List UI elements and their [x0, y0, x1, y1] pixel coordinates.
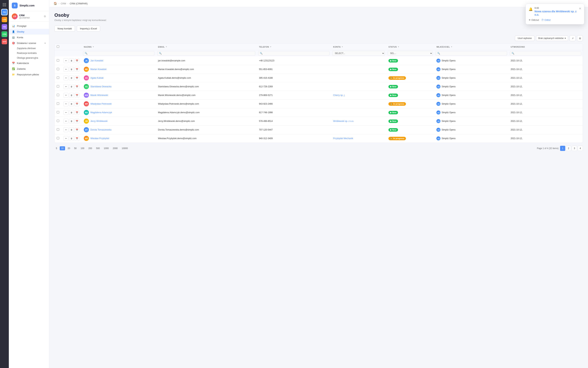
person-name[interactable]: Magdalena Adamczyk [90, 111, 112, 114]
calendar-icon-button[interactable]: 📅 [75, 136, 79, 141]
account-filter-select[interactable]: SELECT... [332, 51, 385, 56]
row-checkbox[interactable] [57, 128, 59, 131]
icon-bar-grid[interactable] [1, 1, 8, 8]
new-contact-button[interactable]: Nowy kontakt [54, 26, 75, 32]
page-size-button[interactable]: 500 [95, 146, 101, 150]
person-name[interactable]: Stanisława Głowacka [90, 85, 111, 88]
name-search-input[interactable] [83, 51, 154, 55]
calendar-icon-button[interactable]: 📅 [75, 58, 79, 63]
phone-search-input[interactable] [258, 51, 329, 55]
delete-icon-button[interactable]: 🗑 [69, 67, 74, 72]
icon-bar-log[interactable]: LOG [1, 16, 8, 23]
sidebar-item-przeglad[interactable]: 📊 Przegląd [9, 23, 49, 29]
sidebar-item-kalendarze[interactable]: 📅 Kalendarze [9, 60, 49, 66]
grid-view-icon-button[interactable]: ⊞ [577, 35, 583, 41]
row-checkbox[interactable] [57, 85, 59, 87]
calendar-icon-button[interactable]: 📅 [75, 67, 79, 72]
edit-icon-button[interactable]: ✏ [63, 127, 68, 132]
delete-icon-button[interactable]: 🗑 [69, 75, 74, 80]
owner-filter-icon[interactable]: ▼ [451, 46, 452, 48]
calendar-icon-button[interactable]: 📅 [75, 75, 79, 80]
phone-filter-icon[interactable]: ▼ [270, 46, 271, 48]
page-size-button[interactable]: 10000 [120, 146, 129, 150]
person-name[interactable]: Wiesław Przybylski [90, 137, 109, 140]
notification-dismiss-button[interactable]: ✕ Odrzuć [529, 18, 539, 21]
calendar-icon-button[interactable]: 📅 [75, 119, 79, 124]
row-checkbox[interactable] [57, 102, 59, 105]
sidebar-item-obsluga[interactable]: Obsługa gwarancyjna [17, 55, 49, 60]
icon-bar-pim[interactable]: PIM [1, 24, 8, 30]
name-filter-icon[interactable]: ▼ [92, 46, 94, 48]
row-checkbox[interactable] [57, 137, 59, 139]
edit-icon-button[interactable]: ✏ [63, 58, 68, 63]
page-size-button[interactable]: 2000 [111, 146, 119, 150]
row-checkbox[interactable] [57, 120, 59, 122]
icon-bar-quo[interactable]: QUO [1, 38, 8, 45]
calendar-icon-button[interactable]: 📅 [75, 84, 79, 89]
person-name[interactable]: Jan Kowalski [90, 59, 103, 62]
created-search-input[interactable] [510, 51, 581, 55]
icon-bar-tea[interactable]: TEA [1, 9, 8, 15]
page-size-button[interactable]: 50 [72, 146, 78, 150]
notification-close-button[interactable]: ✕ [579, 7, 581, 10]
calendar-icon-button[interactable]: 📅 [75, 110, 79, 115]
page-size-button[interactable]: 10 [60, 146, 65, 150]
row-checkbox[interactable] [57, 94, 59, 96]
sidebar-item-osoby[interactable]: 👤 Osoby [9, 29, 49, 35]
person-name[interactable]: Marian Kowalski [90, 68, 106, 71]
edit-icon-button[interactable]: ✏ [63, 84, 68, 89]
row-checkbox[interactable] [57, 76, 59, 79]
icon-bar-crm[interactable]: CRM [1, 31, 8, 37]
person-name[interactable]: Jerzy Wróblewski [90, 120, 108, 122]
delete-icon-button[interactable]: 🗑 [69, 101, 74, 106]
delete-icon-button[interactable]: 🗑 [69, 84, 74, 89]
sidebar-item-zadania[interactable]: ✅ Zadania [9, 66, 49, 72]
saved-views-dropdown[interactable]: Brak zapisanych widoków ▾ [536, 36, 568, 41]
page-number-button[interactable]: 1 [560, 146, 565, 151]
breadcrumb-crm[interactable]: CRM [61, 2, 66, 5]
edit-icon-button[interactable]: ✏ [63, 136, 68, 141]
owner-search-input[interactable] [436, 51, 507, 55]
email-filter-icon[interactable]: ▼ [166, 46, 167, 48]
delete-icon-button[interactable]: 🗑 [69, 136, 74, 141]
account-filter-icon[interactable]: ▼ [341, 46, 343, 48]
edit-icon-button[interactable]: ✏ [63, 101, 68, 106]
edit-icon-button[interactable]: ✏ [63, 75, 68, 80]
edit-icon-button[interactable]: ✏ [63, 119, 68, 124]
page-number-button[interactable]: 2 [566, 146, 571, 151]
sidebar-item-repozytorium[interactable]: 📁 Repozytorium plików [9, 72, 49, 77]
sidebar-item-realizacja[interactable]: Realizacja kontraktu [17, 51, 49, 55]
row-checkbox[interactable] [57, 68, 59, 70]
import-excel-button[interactable]: Importuj z Excel [77, 26, 100, 32]
delete-icon-button[interactable]: 🗑 [69, 110, 74, 115]
email-search-input[interactable] [157, 51, 255, 55]
row-checkbox[interactable] [57, 111, 59, 113]
row-checkbox[interactable] [57, 59, 59, 62]
status-filter-icon[interactable]: ▼ [398, 46, 399, 48]
delete-icon-button[interactable]: 🗑 [69, 58, 74, 63]
notification-title[interactable]: Nowa szansa dla Wróblewski sp. z o.o. [534, 10, 579, 16]
page-number-button[interactable]: 3 [572, 146, 577, 151]
calendar-icon-button[interactable]: 📅 [75, 101, 79, 106]
settings-button[interactable]: ⚙ [44, 15, 46, 18]
person-name[interactable]: Dorota Tomaszewska [90, 129, 111, 131]
sidebar-item-zapytania[interactable]: Zapytania ofertowe [17, 46, 49, 51]
export-icon-button[interactable]: ↗ [570, 35, 576, 41]
calendar-icon-button[interactable]: 📅 [75, 93, 79, 98]
calendar-icon-button[interactable]: 📅 [75, 127, 79, 132]
select-all-checkbox[interactable] [57, 46, 59, 48]
edit-icon-button[interactable]: ✏ [63, 67, 68, 72]
delete-icon-button[interactable]: 🗑 [69, 127, 74, 132]
page-size-button[interactable]: 100 [79, 146, 86, 150]
notification-delay-button[interactable]: ⏱ Odłóż [541, 18, 551, 21]
sidebar-item-dzialania[interactable]: 🎯 Działania i szanse ▼ [9, 40, 49, 46]
delete-icon-button[interactable]: 🗑 [69, 119, 74, 124]
person-name[interactable]: Marek Wiśniewski [90, 94, 108, 97]
page-size-button[interactable]: 200 [87, 146, 93, 150]
edit-icon-button[interactable]: ✏ [63, 110, 68, 115]
person-name[interactable]: Agata Kubiak [90, 77, 103, 79]
delete-icon-button[interactable]: 🗑 [69, 93, 74, 98]
sidebar-item-konta[interactable]: 🏢 Konta [9, 35, 49, 40]
remove-selected-button[interactable]: Usuń wybrane [515, 36, 534, 41]
home-icon[interactable]: 🏠 [54, 2, 57, 5]
